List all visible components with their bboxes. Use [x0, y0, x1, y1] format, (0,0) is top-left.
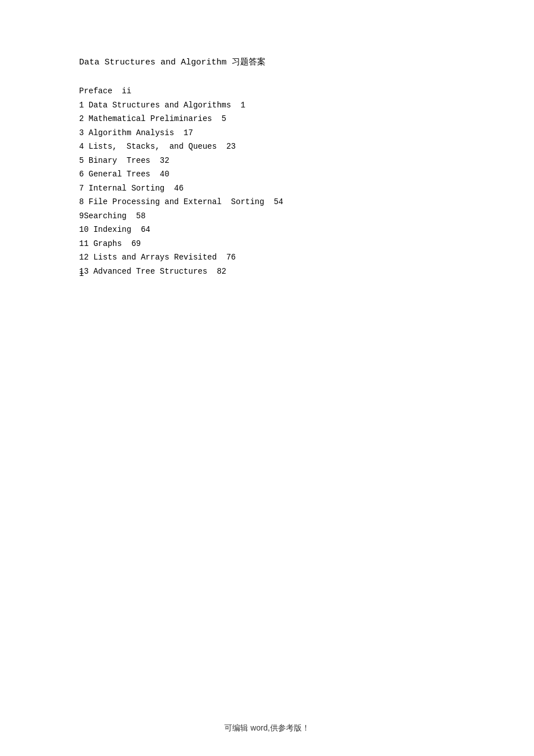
toc-item: 4 Lists, Stacks, and Queues 23	[79, 140, 455, 154]
toc-item: 13 Advanced Tree Structures 82	[79, 265, 455, 279]
footer-note: 可编辑 word,供参考版！	[0, 723, 534, 733]
document-page: Data Structures and Algorithm 习题答案 Prefa…	[0, 0, 534, 756]
toc-item: 11 Graphs 69	[79, 237, 455, 251]
toc-item: Preface ii	[79, 84, 455, 98]
toc-item: 8 File Processing and External Sorting 5…	[79, 195, 455, 209]
toc-item: 10 Indexing 64	[79, 223, 455, 237]
toc-item: 12 Lists and Arrays Revisited 76	[79, 250, 455, 265]
toc-item: 9Searching 58	[79, 209, 455, 223]
toc-item: 3 Algorithm Analysis 17	[79, 126, 455, 140]
toc-item: 7 Internal Sorting 46	[79, 182, 455, 196]
page-title: Data Structures and Algorithm 习题答案	[79, 57, 455, 68]
toc-item: 1 Data Structures and Algorithms 1	[79, 98, 455, 113]
toc-item: 5 Binary Trees 32	[79, 154, 455, 168]
toc-item: 2 Mathematical Preliminaries 5	[79, 112, 455, 126]
page-number: i	[79, 269, 84, 278]
toc-item: 6 General Trees 40	[79, 167, 455, 182]
toc-list: Preface ii1 Data Structures and Algorith…	[79, 84, 455, 278]
content-area: Data Structures and Algorithm 习题答案 Prefa…	[0, 0, 534, 323]
